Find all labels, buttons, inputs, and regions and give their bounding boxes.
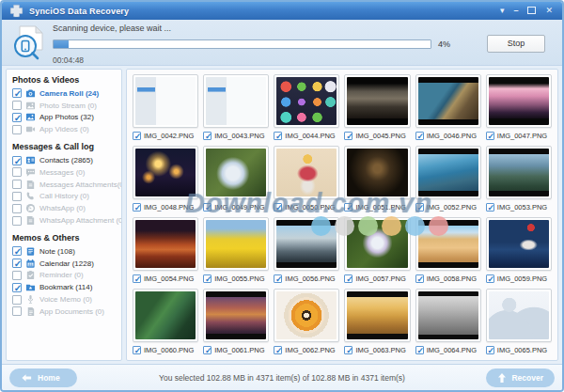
photo-checkbox[interactable] <box>274 346 282 354</box>
photo-cell: IMG_0044.PNG <box>274 74 339 141</box>
camera-roll-checkbox[interactable] <box>12 88 22 98</box>
calendar-checkbox[interactable] <box>12 259 22 268</box>
photo-checkbox[interactable] <box>415 132 424 140</box>
photo-checkbox[interactable] <box>415 346 424 354</box>
photo-thumbnail[interactable] <box>203 289 269 342</box>
home-button[interactable]: Home <box>9 368 77 387</box>
photo-thumbnail[interactable] <box>203 74 269 128</box>
photo-thumbnail[interactable] <box>486 289 552 342</box>
sidebar-item-call-history[interactable]: Call History (0) <box>12 191 118 203</box>
photo-icon <box>24 101 37 111</box>
photo-thumbnail[interactable] <box>344 74 410 128</box>
voice-memo-checkbox[interactable] <box>12 295 22 305</box>
sidebar-item-reminder[interactable]: Reminder (0) <box>12 270 118 282</box>
photo-thumbnail[interactable] <box>133 146 198 199</box>
sidebar-item-voice-memo[interactable]: Voice Memo (0) <box>12 293 118 306</box>
photo-thumbnail[interactable] <box>133 289 198 342</box>
recover-button[interactable]: Recover <box>486 368 555 387</box>
photo-stream-checkbox[interactable] <box>12 101 22 110</box>
photo-checkbox[interactable] <box>344 346 352 354</box>
photo-thumbnail[interactable] <box>133 74 198 128</box>
whatsapp-attachment-checkbox[interactable] <box>12 216 22 226</box>
photo-thumbnail[interactable] <box>486 217 552 271</box>
photo-checkbox[interactable] <box>274 132 282 140</box>
close-button[interactable] <box>545 7 553 15</box>
app-photos-checkbox[interactable] <box>12 113 22 122</box>
photo-checkbox[interactable] <box>133 132 141 140</box>
whatsapp-checkbox[interactable] <box>12 204 22 213</box>
photo-checkbox[interactable] <box>486 203 494 212</box>
photo-filename: IMG_0056.PNG <box>285 274 335 283</box>
stop-button[interactable]: Stop <box>487 35 545 53</box>
reminder-checkbox[interactable] <box>12 271 22 280</box>
sidebar-item-camera-roll[interactable]: Camera Roll (24) <box>12 87 118 100</box>
photo-checkbox[interactable] <box>486 132 494 140</box>
photo-thumbnail[interactable] <box>203 217 269 271</box>
sidebar-item-calendar[interactable]: Calendar (1228) <box>12 258 118 270</box>
sidebar-item-app-videos[interactable]: App Videos (0) <box>12 123 118 135</box>
note-checkbox[interactable] <box>12 246 22 256</box>
photo-thumbnail[interactable] <box>274 74 339 128</box>
sidebar-item-whatsapp-attachment[interactable]: WhatsApp Attachment (0) <box>12 214 118 227</box>
sidebar-item-app-photos[interactable]: App Photos (32) <box>12 112 118 124</box>
messages-attachments-checkbox[interactable] <box>12 180 22 189</box>
photo-thumbnail[interactable] <box>274 217 339 271</box>
sidebar-item-messages[interactable]: Messages (0) <box>12 166 118 179</box>
sidebar-item-note[interactable]: Note (108) <box>12 245 118 258</box>
sidebar-item-app-documents[interactable]: App Documents (0) <box>12 306 118 318</box>
photo-thumbnail[interactable] <box>344 217 410 271</box>
contacts-checkbox[interactable] <box>12 156 22 165</box>
photo-thumbnail[interactable] <box>274 146 339 199</box>
photo-thumbnail[interactable] <box>415 217 481 271</box>
photo-filename: IMG_0064.PNG <box>427 346 477 354</box>
photo-thumbnail[interactable] <box>203 146 269 199</box>
photo-thumbnail[interactable] <box>415 289 481 342</box>
photo-checkbox[interactable] <box>344 203 352 212</box>
photo-checkbox[interactable] <box>274 274 282 283</box>
photo-checkbox[interactable] <box>203 203 212 212</box>
home-button-label: Home <box>38 373 60 383</box>
messages-checkbox[interactable] <box>12 167 22 177</box>
photo-checkbox[interactable] <box>203 346 212 354</box>
section-memos-others: Memos & Others <box>12 233 118 243</box>
photo-checkbox[interactable] <box>203 274 212 283</box>
photo-checkbox[interactable] <box>274 203 282 212</box>
sidebar-item-whatsapp[interactable]: WhatsApp (0) <box>12 202 118 214</box>
sidebar-item-photo-stream[interactable]: Photo Stream (0) <box>12 100 118 112</box>
photo-thumbnail[interactable] <box>415 74 481 128</box>
photo-checkbox[interactable] <box>415 203 424 212</box>
photo-thumbnail[interactable] <box>486 74 552 128</box>
app-videos-checkbox[interactable] <box>12 125 22 134</box>
selection-summary: You selected 102.88 MB in 4371 item(s) o… <box>2 373 562 383</box>
photo-cell: IMG_0060.PNG <box>133 289 198 355</box>
photo-cell: IMG_0050.PNG <box>274 146 339 212</box>
sidebar-item-label: Reminder (0) <box>39 271 84 279</box>
sidebar-item-contacts[interactable]: Contacts (2865) <box>12 154 118 166</box>
photo-checkbox[interactable] <box>486 274 494 283</box>
sidebar-item-messages-attachments[interactable]: Messages Attachments(0) <box>12 179 118 191</box>
sidebar-item-bookmark[interactable]: Bookmark (114) <box>12 281 118 293</box>
photo-checkbox[interactable] <box>133 346 141 354</box>
photo-checkbox[interactable] <box>133 203 141 212</box>
photo-thumbnail[interactable] <box>133 217 198 271</box>
photo-thumbnail[interactable] <box>344 289 410 342</box>
minimize-button[interactable] <box>513 7 518 15</box>
photo-checkbox[interactable] <box>133 274 141 283</box>
photo-checkbox[interactable] <box>203 132 212 140</box>
photo-thumbnail[interactable] <box>486 146 552 199</box>
menu-dropdown-icon[interactable] <box>500 7 505 15</box>
photo-thumbnail[interactable] <box>344 146 410 199</box>
maximize-button[interactable] <box>527 7 536 16</box>
photo-filename: IMG_0057.PNG <box>355 274 405 283</box>
photo-checkbox[interactable] <box>486 346 494 354</box>
photo-checkbox[interactable] <box>344 274 352 283</box>
photo-filename: IMG_0055.PNG <box>214 274 264 283</box>
photo-thumbnail[interactable] <box>274 289 339 342</box>
photo-checkbox[interactable] <box>344 132 352 140</box>
photo-checkbox[interactable] <box>415 274 424 283</box>
photo-thumbnail[interactable] <box>415 146 481 199</box>
photo-cell: IMG_0051.PNG <box>344 146 410 212</box>
bookmark-checkbox[interactable] <box>12 283 22 292</box>
app-documents-checkbox[interactable] <box>12 306 22 316</box>
call-history-checkbox[interactable] <box>12 192 22 201</box>
